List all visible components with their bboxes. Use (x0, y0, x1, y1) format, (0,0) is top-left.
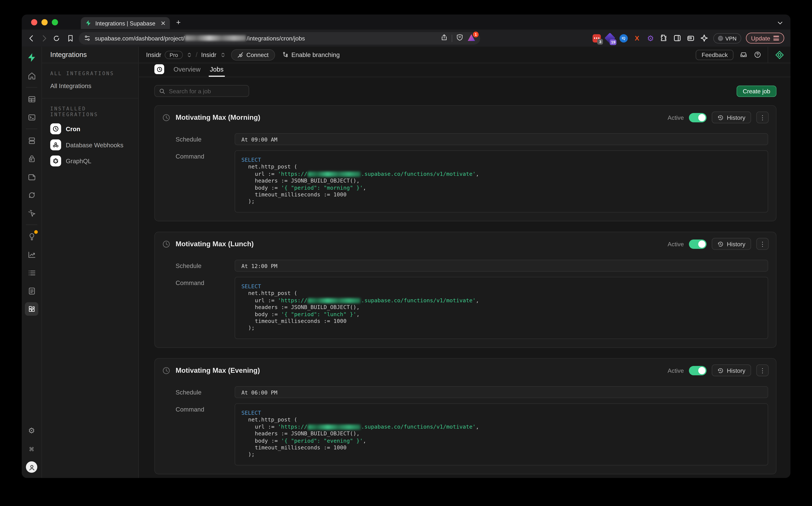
history-button[interactable]: History (712, 238, 751, 250)
schedule-field[interactable]: At 12:00 PM (235, 260, 768, 272)
home-icon[interactable] (25, 69, 38, 82)
jobs-content: Create job Motivating Max (Morning) Acti… (139, 77, 791, 478)
schedule-field[interactable]: At 06:00 PM (235, 386, 768, 398)
help-icon[interactable] (754, 51, 762, 59)
new-tab-button[interactable]: + (176, 18, 181, 26)
forward-button[interactable] (40, 34, 48, 42)
rail-divider (26, 129, 37, 129)
reload-button[interactable] (53, 34, 60, 42)
create-job-button[interactable]: Create job (736, 85, 777, 97)
share-icon[interactable] (441, 33, 447, 43)
reports-icon[interactable] (25, 248, 38, 261)
extension-diamond-icon[interactable]: 19 (606, 34, 614, 43)
bookmark-icon[interactable] (68, 34, 74, 42)
sidebar-item-all-integrations[interactable]: All Integrations (50, 82, 130, 90)
settings-icon[interactable]: ⚙ (25, 424, 38, 438)
history-icon (718, 367, 724, 373)
database-icon[interactable] (25, 134, 38, 147)
integrations-rail-icon[interactable] (25, 302, 38, 316)
close-window-button[interactable] (31, 19, 37, 25)
shield-icon[interactable] (456, 33, 463, 43)
sidebar-item-database-webhooks[interactable]: Database Webhooks (50, 140, 130, 150)
advisors-icon[interactable] (25, 230, 38, 243)
sql-editor-icon[interactable] (25, 110, 38, 124)
branch-icon (282, 51, 288, 58)
browser-toolbar: supabase.com/dashboard/project//integrat… (22, 29, 791, 47)
job-menu-button[interactable]: ⋮ (756, 111, 769, 123)
history-button[interactable]: History (712, 364, 751, 376)
zoom-window-button[interactable] (52, 19, 58, 25)
tab-close-icon[interactable]: ✕ (161, 19, 166, 27)
notifications-inbox-icon[interactable] (740, 51, 747, 59)
rail-divider (26, 225, 37, 225)
storage-icon[interactable] (25, 170, 38, 183)
user-avatar[interactable] (26, 461, 37, 473)
edge-functions-icon[interactable] (25, 188, 38, 202)
command-code-block[interactable]: SELECT net.http_post ( url := 'https://.… (235, 150, 768, 213)
history-icon (718, 241, 724, 247)
tab-title: Integrations | Supabase (95, 20, 157, 26)
auth-icon[interactable] (25, 152, 38, 165)
tab-jobs[interactable]: Jobs (210, 63, 223, 77)
url-text: supabase.com/dashboard/project//integrat… (95, 35, 437, 41)
redacted-project-ref (308, 424, 361, 430)
table-editor-icon[interactable] (25, 92, 38, 106)
active-toggle[interactable] (689, 239, 707, 249)
connect-button[interactable]: Connect (231, 49, 275, 60)
wallet-icon[interactable] (687, 34, 695, 43)
tab-overview[interactable]: Overview (174, 63, 201, 77)
search-input[interactable] (169, 88, 244, 94)
sparkle-icon[interactable] (700, 34, 709, 43)
command-menu-icon[interactable]: ⌘ (25, 443, 38, 456)
schedule-field[interactable]: At 09:00 AM (235, 133, 768, 145)
history-button[interactable]: History (712, 111, 751, 123)
vpn-button[interactable]: –VPN (713, 33, 741, 43)
connection-status-icon[interactable] (768, 47, 791, 63)
extension-gear-icon[interactable]: ⚙ (646, 34, 655, 43)
breadcrumb-divider: / (196, 51, 198, 59)
command-code-block[interactable]: SELECT net.http_post ( url := 'https://.… (235, 403, 768, 466)
all-integrations-header: ALL INTEGRATIONS (50, 71, 130, 76)
org-name[interactable]: Insidr (146, 51, 161, 58)
chevrons-up-down-icon[interactable] (186, 52, 192, 58)
menu-icon (774, 36, 779, 40)
project-name[interactable]: Insidr (201, 51, 216, 58)
chevrons-up-down-icon[interactable] (220, 52, 226, 58)
active-toggle[interactable] (689, 113, 707, 122)
extension-red-icon[interactable]: 3 (592, 34, 601, 43)
integrations-sidebar: Integrations ALL INTEGRATIONS All Integr… (42, 47, 139, 478)
extensions-puzzle-icon[interactable] (659, 34, 669, 43)
api-docs-icon[interactable] (25, 284, 38, 298)
job-search[interactable] (154, 85, 249, 97)
job-card: Motivating Max (Morning) Active History … (154, 105, 777, 221)
minimize-window-button[interactable] (41, 19, 47, 25)
supabase-logo[interactable] (25, 51, 38, 64)
command-code-block[interactable]: SELECT net.http_post ( url := 'https://.… (235, 277, 768, 339)
extension-triangle-icon[interactable]: 1 (467, 34, 476, 43)
back-button[interactable] (28, 34, 35, 42)
sidebar-item-cron[interactable]: Cron (50, 123, 130, 134)
command-label: Command (176, 277, 235, 287)
enable-branching-button[interactable]: Enable branching (282, 51, 340, 58)
url-bar[interactable]: supabase.com/dashboard/project//integrat… (79, 32, 480, 44)
extension-iq-icon[interactable]: IQ (619, 34, 628, 43)
sidebar-panel-icon[interactable] (673, 34, 682, 43)
notification-dot (34, 230, 38, 234)
history-icon (718, 114, 724, 120)
installed-integrations-section: INSTALLED INTEGRATIONS Cron Database Web… (42, 99, 138, 175)
job-title: Motivating Max (Lunch) (176, 240, 254, 248)
sidebar-item-graphql[interactable]: GraphQL (50, 156, 130, 166)
extension-x-icon[interactable]: X (633, 34, 641, 43)
site-settings-icon[interactable] (84, 35, 91, 41)
job-menu-button[interactable]: ⋮ (756, 238, 769, 250)
active-toggle[interactable] (689, 366, 707, 375)
feedback-button[interactable]: Feedback (696, 50, 733, 60)
browser-tab[interactable]: Integrations | Supabase ✕ (81, 17, 170, 29)
extensions-cluster: 3 19 IQ X ⚙ –VPN Update (592, 32, 784, 44)
realtime-icon[interactable] (25, 206, 38, 220)
job-menu-button[interactable]: ⋮ (756, 364, 769, 376)
update-button[interactable]: Update (746, 32, 784, 44)
tab-search-chevron-icon[interactable] (777, 19, 783, 28)
logs-icon[interactable] (25, 266, 38, 279)
cron-tabbar: Overview Jobs (139, 63, 791, 77)
